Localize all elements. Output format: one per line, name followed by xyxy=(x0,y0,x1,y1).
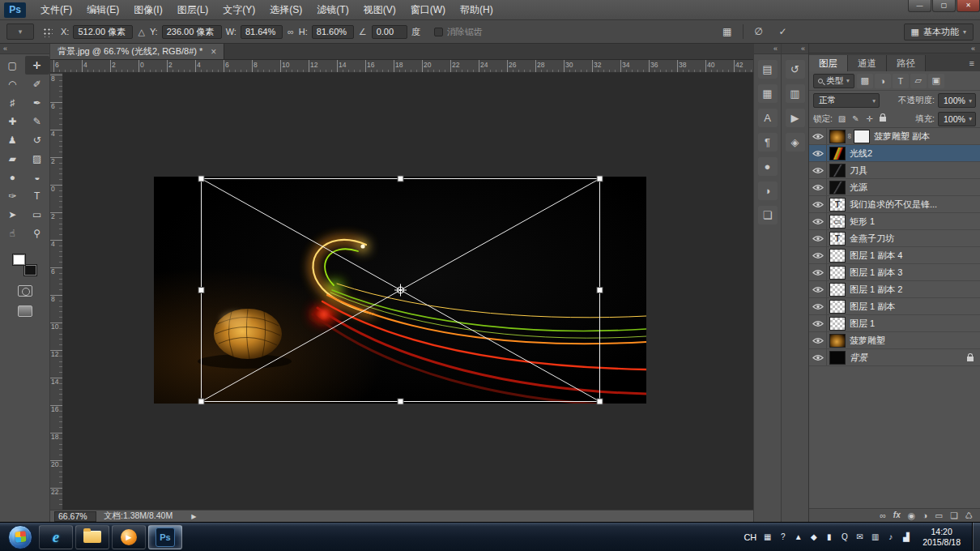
foreground-color-swatch[interactable] xyxy=(12,254,26,266)
y-position-input[interactable]: 236.00 像素 xyxy=(162,25,222,39)
layer-thumbnail[interactable] xyxy=(830,250,845,262)
volume-icon[interactable]: ♪ xyxy=(885,532,896,541)
layer-name[interactable]: 光线2 xyxy=(850,147,980,160)
zoom-level-field[interactable]: 66.67% xyxy=(54,511,96,522)
layer-visibility-toggle[interactable] xyxy=(809,247,827,263)
layer-name[interactable]: 图层 1 副本 2 xyxy=(850,284,980,296)
transform-handle[interactable] xyxy=(398,399,403,404)
menu-item[interactable]: 文字(Y) xyxy=(215,0,262,19)
qq-icon[interactable]: Q xyxy=(839,532,850,541)
menu-item[interactable]: 文件(F) xyxy=(33,0,79,19)
layer-row[interactable]: ∞菠萝雕塑 副本 xyxy=(809,128,980,145)
mask-link-icon[interactable]: ∞ xyxy=(846,133,854,139)
layer-row[interactable]: 刀具 xyxy=(809,162,980,179)
layer-row[interactable]: 光线2 xyxy=(809,145,980,162)
layer-name[interactable]: 背景 xyxy=(850,352,964,364)
layer-thumbnail[interactable]: T xyxy=(830,233,845,245)
lock-all-icon[interactable] xyxy=(877,113,889,125)
transform-handle[interactable] xyxy=(398,176,403,182)
taskbar-clock[interactable]: 14:20 2015/8/18 xyxy=(922,527,961,547)
layer-visibility-toggle[interactable] xyxy=(809,264,827,280)
layer-visibility-toggle[interactable] xyxy=(809,213,827,229)
layer-row[interactable]: 光源 xyxy=(809,179,980,196)
close-button[interactable]: ✕ xyxy=(957,0,980,12)
expand-panels-button[interactable]: « xyxy=(782,44,808,54)
adjustments-panel-icon[interactable]: ◑ xyxy=(758,182,778,200)
layer-row[interactable]: 图层 1 xyxy=(809,315,980,332)
panel-tab[interactable]: 图层 xyxy=(809,55,848,71)
transform-handle[interactable] xyxy=(198,176,204,182)
transform-controls[interactable] xyxy=(63,73,753,510)
taskbar-internet-explorer[interactable]: e xyxy=(39,525,73,549)
layer-thumbnail[interactable]: T xyxy=(830,199,845,211)
layer-thumbnail[interactable] xyxy=(830,164,845,177)
layer-thumbnail[interactable] xyxy=(830,335,845,347)
help-icon[interactable]: ? xyxy=(778,532,788,541)
rectangular-marquee-tool[interactable]: ▢ xyxy=(0,56,25,75)
reference-point-locator[interactable] xyxy=(42,27,53,37)
battery-icon[interactable]: ▮ xyxy=(824,532,834,541)
link-layers-button[interactable]: ∞ xyxy=(880,511,886,520)
layer-name[interactable]: 金燕子刀坊 xyxy=(850,233,980,245)
warp-mode-button[interactable]: ▦ xyxy=(718,24,736,40)
layer-visibility-toggle[interactable] xyxy=(809,332,827,348)
paragraph-panel-icon[interactable]: ¶ xyxy=(758,133,778,152)
layer-name[interactable]: 矩形 1 xyxy=(850,216,980,228)
layer-row[interactable]: ▭矩形 1 xyxy=(809,213,980,230)
quick-mask-button[interactable] xyxy=(18,285,32,297)
blend-mode-select[interactable]: 正常 ▾ xyxy=(813,93,880,108)
properties-panel-icon[interactable]: ▤ xyxy=(758,60,778,79)
x-position-input[interactable]: 512.00 像素 xyxy=(73,25,133,39)
transform-handle[interactable] xyxy=(198,399,204,404)
layer-style-button[interactable]: fx xyxy=(893,511,901,519)
layer-thumbnail[interactable] xyxy=(830,267,845,279)
collapse-tools-button[interactable]: « xyxy=(0,44,49,54)
horizontal-ruler[interactable]: 6420246810121416182022242628303234363840… xyxy=(50,60,753,73)
layer-name[interactable]: 我们追求的不仅是锋... xyxy=(850,199,980,211)
workspace-switcher[interactable]: ▦ 基本功能 ▾ xyxy=(904,23,974,41)
lasso-tool[interactable]: ◠ xyxy=(0,75,25,93)
security-shield-icon[interactable]: ◆ xyxy=(808,532,819,541)
clone-source-panel-icon[interactable]: ❏ xyxy=(758,206,778,224)
panel-menu-icon[interactable]: ≡ xyxy=(964,55,980,71)
lock-transparent-pixels-icon[interactable]: ▨ xyxy=(836,113,848,125)
menu-item[interactable]: 帮助(H) xyxy=(453,0,501,19)
quick-selection-tool[interactable]: ✐ xyxy=(25,75,50,93)
layer-thumbnail[interactable] xyxy=(830,182,845,194)
filter-shape-layers-icon[interactable]: ▱ xyxy=(910,74,927,88)
hidden-icons-button[interactable]: ▲ xyxy=(793,532,803,541)
height-input[interactable]: 81.60% xyxy=(312,25,354,39)
language-indicator[interactable]: CH xyxy=(744,532,756,542)
show-desktop-button[interactable] xyxy=(972,523,980,551)
transform-handle[interactable] xyxy=(597,399,603,404)
ime-icon[interactable]: ▦ xyxy=(762,532,773,541)
mail-icon[interactable]: ✉ xyxy=(854,532,865,541)
info-panel-icon[interactable]: ▥ xyxy=(786,84,805,103)
eraser-tool[interactable]: ▰ xyxy=(0,149,25,168)
hand-tool[interactable]: ☝ xyxy=(0,224,25,242)
taskbar-media-player[interactable]: ▶ xyxy=(112,525,146,549)
layer-visibility-toggle[interactable] xyxy=(809,162,827,178)
taskbar-windows-explorer[interactable] xyxy=(75,525,109,549)
new-group-button[interactable]: ▭ xyxy=(935,511,943,520)
menu-item[interactable]: 选择(S) xyxy=(262,0,309,19)
transform-reference-point[interactable] xyxy=(394,284,407,297)
path-selection-tool[interactable]: ➤ xyxy=(0,205,25,224)
cancel-transform-button[interactable]: ∅ xyxy=(750,24,768,40)
layer-visibility-toggle[interactable] xyxy=(809,145,827,161)
maximize-button[interactable]: ▢ xyxy=(932,0,956,12)
chart-icon[interactable]: ▥ xyxy=(870,532,880,541)
fill-input[interactable]: 100% ▾ xyxy=(938,112,976,126)
layer-row[interactable]: 图层 1 副本 3 xyxy=(809,264,980,281)
menu-item[interactable]: 图像(I) xyxy=(126,0,169,19)
clone-stamp-tool[interactable]: ♟ xyxy=(0,130,25,149)
layer-visibility-toggle[interactable] xyxy=(809,196,827,212)
layer-row[interactable]: 图层 1 副本 xyxy=(809,298,980,315)
filter-smart-objects-icon[interactable]: ▣ xyxy=(928,74,944,88)
opacity-input[interactable]: 100% ▾ xyxy=(938,93,976,108)
layer-thumbnail[interactable] xyxy=(830,301,845,313)
menu-item[interactable]: 图层(L) xyxy=(170,0,216,19)
filter-adjustment-layers-icon[interactable]: ◑ xyxy=(875,74,891,88)
layer-visibility-toggle[interactable] xyxy=(809,315,827,331)
layer-name[interactable]: 菠萝雕塑 副本 xyxy=(874,130,980,143)
